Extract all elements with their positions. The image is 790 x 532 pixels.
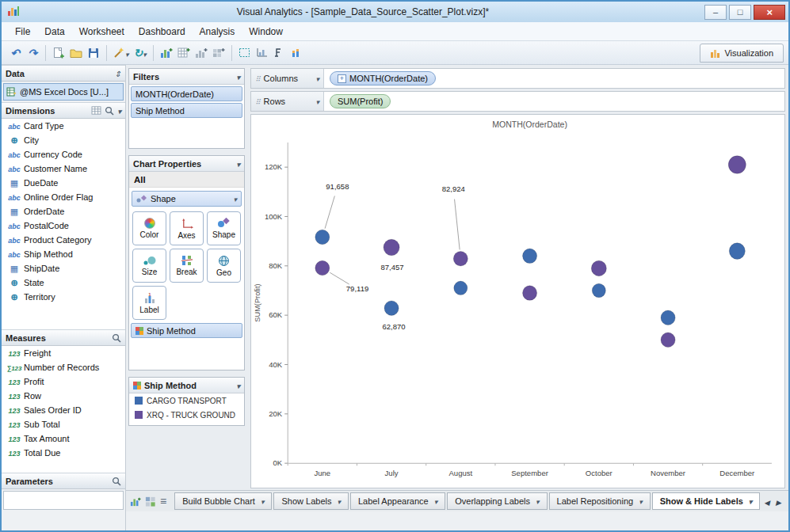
label-button[interactable]: 1 Label <box>132 286 166 320</box>
dimension-item-currency-code[interactable]: Currency Code <box>2 147 125 162</box>
save-button[interactable] <box>86 44 101 62</box>
legend-item-xrq-truck-ground[interactable]: XRQ - TRUCK GROUND <box>129 408 244 422</box>
chevron-down-icon[interactable] <box>749 496 753 506</box>
add-crosstab-button[interactable] <box>176 44 192 62</box>
measure-item-total-due[interactable]: Total Due <box>2 446 125 460</box>
chevron-down-icon[interactable] <box>536 496 540 506</box>
minimize-button[interactable] <box>704 5 727 20</box>
measure-item-row[interactable]: Row <box>2 389 125 403</box>
shape-button[interactable]: Shape <box>207 211 241 245</box>
undo-button[interactable] <box>7 44 23 62</box>
data-point[interactable] <box>453 251 468 266</box>
chevron-down-icon[interactable] <box>434 496 438 506</box>
legend-header[interactable]: Ship Method <box>129 378 244 393</box>
dimension-item-duedate[interactable]: DueDate <box>2 176 125 190</box>
new-worksheet-button[interactable] <box>51 44 67 62</box>
measure-item-number-of-records[interactable]: Number of Records <box>2 360 125 374</box>
redo-button[interactable] <box>25 44 40 62</box>
dimension-item-customer-name[interactable]: Customer Name <box>2 162 125 176</box>
search-icon[interactable] <box>112 477 121 486</box>
drag-grip-icon[interactable] <box>255 97 261 106</box>
dimension-item-territory[interactable]: Territory <box>2 290 125 304</box>
add-bar-chart-button[interactable] <box>193 44 209 62</box>
visualization-tab[interactable]: Visualization <box>700 44 784 63</box>
data-source-item[interactable]: @MS Excel Docs [U...] <box>3 83 124 101</box>
chevron-down-icon[interactable] <box>117 106 121 116</box>
dimension-item-orderdate[interactable]: OrderDate <box>2 204 125 218</box>
rows-shelf[interactable]: Rows SUM(Profit) <box>250 91 785 112</box>
columns-shelf[interactable]: Columns + MONTH(OrderDate) <box>250 68 785 89</box>
data-point[interactable] <box>729 243 745 260</box>
add-matrix-button[interactable] <box>211 44 227 62</box>
chevron-down-icon[interactable] <box>315 97 319 106</box>
filters-header[interactable]: Filters <box>129 69 244 85</box>
view-as-table-icon[interactable] <box>91 106 101 115</box>
columns-pill-month-orderdate[interactable]: + MONTH(OrderDate) <box>330 71 436 86</box>
parameters-list[interactable] <box>3 491 124 510</box>
geo-button[interactable]: Geo <box>207 249 241 283</box>
menu-dashboard[interactable]: Dashboard <box>132 24 193 40</box>
size-button[interactable]: Size <box>132 249 166 283</box>
dimension-item-online-order-flag[interactable]: Online Order Flag <box>2 190 125 204</box>
chevron-down-icon[interactable] <box>337 496 341 506</box>
scroll-tabs-right-icon[interactable] <box>776 494 781 508</box>
sheet-list-icon[interactable] <box>160 494 166 508</box>
chart-properties-header[interactable]: Chart Properties <box>129 156 244 172</box>
show-axes-button[interactable] <box>254 44 270 62</box>
data-point[interactable] <box>661 332 675 348</box>
measure-item-sales-order-id[interactable]: Sales Order ID <box>2 403 125 417</box>
scroll-tabs-left-icon[interactable] <box>764 494 769 508</box>
collapse-expand-icon[interactable] <box>115 69 121 78</box>
dimension-item-card-type[interactable]: Card Type <box>2 119 125 133</box>
close-button[interactable] <box>754 5 785 20</box>
data-point[interactable] <box>592 283 605 297</box>
dimension-item-city[interactable]: City <box>2 133 125 147</box>
data-point[interactable] <box>315 260 330 276</box>
new-worksheet-tab-icon[interactable] <box>130 496 141 507</box>
tab-label-repositioning[interactable]: Label Repositioning <box>549 492 651 510</box>
tab-show-and-hide-labels[interactable]: Show & Hide Labels <box>652 492 761 510</box>
dimension-item-postalcode[interactable]: PostalCode <box>2 218 125 233</box>
color-button[interactable]: Color <box>132 211 166 245</box>
refresh-button[interactable] <box>132 44 148 62</box>
data-point[interactable] <box>523 286 537 301</box>
format-button[interactable] <box>272 44 288 62</box>
dimension-item-product-category[interactable]: Product Category <box>2 233 125 247</box>
magic-wand-button[interactable] <box>112 44 131 62</box>
data-point[interactable] <box>315 230 330 245</box>
data-point[interactable] <box>454 281 468 294</box>
open-button[interactable] <box>68 44 84 62</box>
dimension-item-state[interactable]: State <box>2 276 125 290</box>
add-chart-button[interactable] <box>158 44 174 62</box>
tab-show-labels[interactable]: Show Labels <box>273 492 349 510</box>
data-point[interactable] <box>661 310 675 325</box>
filter-pill-month-orderdate[interactable]: MONTH(OrderDate) <box>131 86 242 101</box>
new-dashboard-tab-icon[interactable] <box>145 496 156 507</box>
maximize-button[interactable] <box>729 5 751 20</box>
data-point[interactable] <box>728 156 746 174</box>
legend-item-cargo-transport[interactable]: CARGO TRANSPORT <box>129 393 244 408</box>
chevron-down-icon[interactable] <box>261 496 265 506</box>
dimension-item-shipdate[interactable]: ShipDate <box>2 261 125 276</box>
expand-field-icon[interactable]: + <box>338 74 346 83</box>
menu-worksheet[interactable]: Worksheet <box>72 24 132 40</box>
chevron-down-icon[interactable] <box>639 496 643 506</box>
measure-item-tax-amount[interactable]: Tax Amount <box>2 431 125 446</box>
axes-button[interactable]: Axes <box>170 211 204 245</box>
tab-build-bubble-chart[interactable]: Build Bubble Chart <box>174 492 272 510</box>
menu-analysis[interactable]: Analysis <box>193 24 242 40</box>
scatter-chart[interactable]: MONTH(OrderDate)SUM(Profit)0K20K40K60K80… <box>250 114 785 488</box>
shape-dropdown[interactable]: Shape <box>132 191 242 207</box>
tab-label-appearance[interactable]: Label Appearance <box>350 492 445 510</box>
data-point[interactable] <box>523 249 537 264</box>
data-point[interactable] <box>384 239 399 256</box>
search-icon[interactable] <box>105 106 114 116</box>
chart-properties-scope[interactable]: All <box>129 172 244 188</box>
tab-overlapping-labels[interactable]: Overlapping Labels <box>447 492 547 510</box>
filter-pill-ship-method[interactable]: Ship Method <box>131 103 242 118</box>
measure-item-profit[interactable]: Profit <box>2 374 125 389</box>
data-point[interactable] <box>591 260 606 276</box>
break-button[interactable]: Break <box>170 249 204 283</box>
drag-grip-icon[interactable] <box>255 74 261 83</box>
measure-item-sub-total[interactable]: Sub Total <box>2 417 125 431</box>
